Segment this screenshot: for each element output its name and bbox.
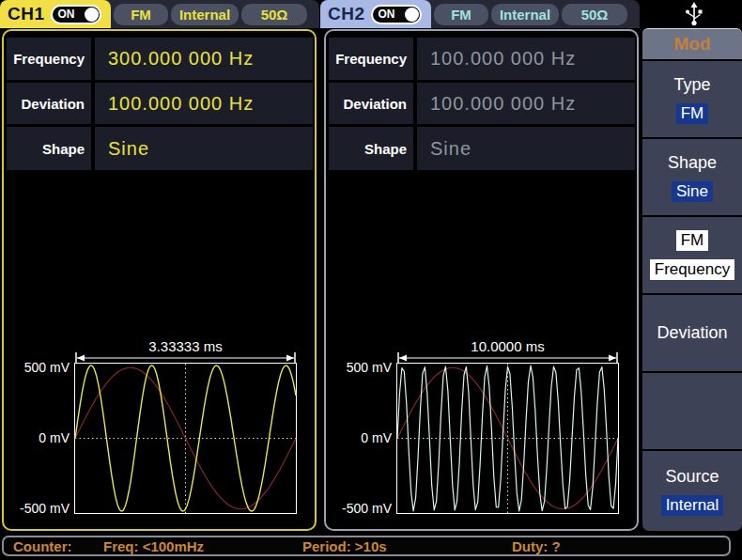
ch1-source-pill: Internal bbox=[171, 4, 239, 25]
softkey-fm-frequency-line1: FM bbox=[676, 230, 709, 251]
ch1-mod-pill: FM bbox=[114, 4, 168, 25]
signal-generator-screen: CH1 ON FM Internal 50Ω CH2 ON FM Interna… bbox=[0, 0, 742, 560]
ch1-tab-label: CH1 bbox=[8, 4, 45, 24]
ch2-y-bottom-label: -500 mV bbox=[328, 501, 392, 516]
softkey-sidebar: Mod Type FM Shape Sine FM Frequency Devi… bbox=[642, 0, 742, 534]
counter-period: Period: >10s bbox=[302, 538, 387, 554]
sidebar-mode-header: Mod bbox=[642, 28, 742, 59]
ch2-y-mid-label: 0 mV bbox=[328, 430, 392, 445]
ch2-shape-label: Shape bbox=[329, 127, 413, 170]
ch1-frequency-value[interactable]: 300.000 000 Hz bbox=[95, 38, 313, 80]
ch1-y-mid-label: 0 mV bbox=[6, 430, 70, 445]
ch2-mod-pill: FM bbox=[434, 4, 488, 25]
ch2-frequency-label: Frequency bbox=[329, 38, 413, 80]
ch2-frequency-value[interactable]: 100.000 000 Hz bbox=[417, 38, 635, 80]
ch1-frequency-label: Frequency bbox=[7, 38, 91, 80]
counter-duty: Duty: ? bbox=[512, 538, 561, 554]
softkey-shape-value: Sine bbox=[672, 181, 713, 202]
ch2-on-toggle[interactable]: ON bbox=[371, 5, 422, 24]
ch1-toggle-label: ON bbox=[58, 8, 75, 21]
softkey-shape-label: Shape bbox=[668, 153, 717, 173]
ch1-shape-value[interactable]: Sine bbox=[95, 127, 313, 170]
ch1-header: CH1 ON FM Internal 50Ω bbox=[0, 0, 319, 28]
counter-status-bar: Counter: Freq: <100mHz Period: >10s Duty… bbox=[2, 536, 731, 556]
ch1-shape-label: Shape bbox=[7, 127, 91, 170]
usb-icon bbox=[684, 2, 704, 26]
ch1-load-pill: 50Ω bbox=[241, 4, 307, 25]
ch1-y-bottom-label: -500 mV bbox=[6, 501, 70, 516]
ch1-y-top-label: 500 mV bbox=[6, 360, 70, 375]
ch2-source-pill: Internal bbox=[491, 4, 559, 25]
ch1-deviation-value[interactable]: 100.000 000 Hz bbox=[95, 83, 313, 124]
counter-freq: Freq: <100mHz bbox=[103, 538, 204, 554]
softkey-fm-frequency[interactable]: FM Frequency bbox=[642, 217, 742, 293]
softkey-type[interactable]: Type FM bbox=[642, 61, 742, 137]
softkey-type-label: Type bbox=[673, 75, 710, 95]
ch2-waveform-plot bbox=[396, 363, 619, 514]
softkey-source[interactable]: Source Internal bbox=[642, 451, 742, 531]
ch2-deviation-value[interactable]: 100.000 000 Hz bbox=[417, 83, 635, 124]
softkey-deviation-label: Deviation bbox=[657, 323, 727, 343]
ch1-toggle-knob bbox=[85, 8, 99, 22]
softkey-deviation[interactable]: Deviation bbox=[642, 295, 742, 371]
ch2-tab-label: CH2 bbox=[328, 4, 365, 24]
ch1-waveform-plot bbox=[74, 363, 297, 514]
ch1-tab[interactable]: CH1 ON bbox=[0, 0, 111, 28]
ch2-toggle-knob bbox=[405, 8, 419, 22]
ch2-load-pill: 50Ω bbox=[562, 4, 627, 25]
softkey-source-label: Source bbox=[665, 467, 719, 487]
ch1-deviation-label: Deviation bbox=[7, 83, 91, 124]
ch2-header: CH2 ON FM Internal 50Ω bbox=[320, 0, 640, 28]
softkey-fm-frequency-line2: Frequency bbox=[650, 259, 734, 280]
softkey-shape[interactable]: Shape Sine bbox=[642, 139, 742, 215]
ch2-deviation-label: Deviation bbox=[329, 83, 413, 124]
ch2-toggle-label: ON bbox=[379, 8, 395, 21]
ch2-tab[interactable]: CH2 ON bbox=[320, 0, 431, 28]
softkey-source-value: Internal bbox=[661, 495, 724, 516]
softkey-blank[interactable] bbox=[642, 373, 742, 449]
ch2-shape-value[interactable]: Sine bbox=[417, 127, 635, 170]
softkey-type-value: FM bbox=[676, 103, 709, 124]
ch1-on-toggle[interactable]: ON bbox=[51, 5, 101, 24]
ch2-y-top-label: 500 mV bbox=[328, 360, 392, 375]
counter-label: Counter: bbox=[13, 538, 72, 554]
